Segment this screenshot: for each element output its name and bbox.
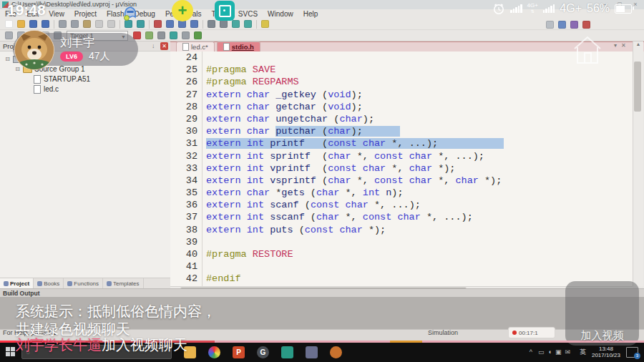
bookmark-prev-icon[interactable] (166, 20, 174, 28)
panel-close-icon[interactable]: ✕ (160, 42, 168, 50)
bookmark-icon[interactable] (154, 20, 162, 28)
expand-icon[interactable]: ⊟ (14, 64, 21, 74)
panel-tab-functions[interactable]: Functions (64, 278, 103, 288)
code-line-37[interactable]: 37extern int sscanf (char *, const char … (170, 211, 633, 223)
line-number: 41 (170, 260, 197, 273)
undo-icon[interactable] (95, 20, 103, 28)
code-text: extern int scanf (const char *, ...); (206, 199, 421, 211)
vertical-scroll-thumb[interactable] (634, 62, 641, 112)
code-line-30[interactable]: 30extern char putchar (char); (170, 125, 633, 137)
tray-expand-icon[interactable]: ^ (530, 348, 532, 356)
editor-tab-stdio-h[interactable]: stdio.h (217, 41, 260, 52)
code-line-42[interactable]: 42#endif (170, 273, 633, 285)
code-line-38[interactable]: 38extern int puts (const char *); (170, 224, 633, 236)
translate-icon[interactable] (5, 31, 13, 39)
taskbar-app-icons: PG (172, 346, 342, 358)
save-all-icon[interactable] (42, 20, 49, 28)
indent-right-icon[interactable] (220, 20, 228, 28)
file-icon (182, 43, 189, 51)
watch-window-icon[interactable] (558, 21, 566, 29)
system-tray: ^ ▭◖▣✉ 英 13:48 2017/10/23 3 (530, 346, 644, 358)
code-line-28[interactable]: 28extern char getchar (void); (170, 101, 633, 113)
comment-icon[interactable] (232, 20, 240, 28)
memory-window-icon[interactable] (570, 21, 578, 29)
home-icon[interactable] (571, 33, 604, 70)
indent-left-icon[interactable] (208, 20, 215, 28)
panel-tab-project[interactable]: Project (0, 278, 34, 288)
menu-project[interactable]: Project (69, 9, 102, 19)
screenshot-icon[interactable] (215, 1, 235, 21)
manage-components-icon[interactable] (182, 31, 190, 39)
slate-app-icon[interactable] (306, 346, 318, 358)
tray-icon[interactable]: ✉ (565, 348, 570, 356)
cut-icon[interactable] (59, 20, 67, 28)
copy-icon[interactable] (71, 20, 79, 28)
help-icon[interactable] (582, 21, 590, 29)
open-folder-icon[interactable] (17, 20, 25, 28)
system-notice-line1: 系统提示：抵制低俗色情内容， (16, 302, 216, 321)
code-line-35[interactable]: 35extern char *gets (char *, int n); (170, 187, 633, 199)
redo-icon[interactable] (107, 20, 115, 28)
chat-username: 刘宇学长牛逼 (16, 337, 102, 353)
code-line-41[interactable]: 41 (170, 260, 633, 273)
target-options-icon[interactable] (170, 31, 177, 39)
bookmark-clear-icon[interactable] (190, 20, 198, 28)
alarm-clock-icon (492, 2, 505, 15)
code-line-25[interactable]: 25#pragma SAVE (170, 64, 633, 76)
code-line-26[interactable]: 26#pragma REGPARMS (170, 76, 633, 88)
code-editor[interactable]: 2425#pragma SAVE26#pragma REGPARMS27exte… (170, 52, 633, 286)
tray-icon[interactable]: ▭ (538, 348, 545, 356)
scroll-up-icon[interactable]: ▲ (633, 41, 643, 47)
pin-icon[interactable]: ↓ (152, 42, 155, 49)
configure-flash-icon[interactable] (157, 31, 165, 39)
battery-icon (615, 4, 632, 14)
input-language-indicator[interactable]: 英 (580, 348, 586, 357)
new-file-icon[interactable] (5, 20, 13, 28)
options-icon[interactable] (145, 31, 153, 39)
debug-windows-icon[interactable] (546, 21, 554, 29)
status-mode-text: Simulation (428, 329, 458, 336)
editor-tab-led-c-[interactable]: led.c* (176, 41, 215, 52)
tree-item-led-c[interactable]: led.c (0, 84, 170, 94)
tray-icon[interactable]: ▣ (555, 348, 562, 356)
photos-pinwheel-icon[interactable] (208, 346, 220, 358)
code-line-33[interactable]: 33extern int vprintf (const char *, char… (170, 162, 633, 175)
add-capture-icon[interactable]: + (172, 0, 193, 21)
find-icon[interactable] (261, 20, 269, 28)
menu-window[interactable]: Window (263, 9, 298, 19)
menu-view[interactable]: View (44, 9, 69, 19)
powerpoint-icon[interactable]: P (233, 346, 245, 358)
tree-item-startup-a51[interactable]: STARTUP.A51 (0, 74, 170, 84)
code-line-36[interactable]: 36extern int scanf (const char *, ...); (170, 199, 633, 211)
code-line-40[interactable]: 40#pragma RESTORE (170, 248, 633, 260)
pack-installer-icon[interactable] (194, 31, 202, 39)
browser-app-icon[interactable] (330, 346, 342, 358)
assistant-ghost-icon[interactable] (120, 1, 140, 24)
code-text: #pragma REGPARMS (206, 76, 299, 88)
tray-icon[interactable]: ◖ (547, 348, 551, 356)
teal-app-icon[interactable] (281, 346, 293, 358)
menu-svcs[interactable]: SVCS (233, 9, 263, 19)
code-line-31[interactable]: 31extern int printf (const char *, ...); (170, 137, 633, 150)
code-text: extern char _getkey (void); (206, 89, 363, 101)
panel-tab-books[interactable]: Books (34, 278, 64, 288)
g-app-icon[interactable]: G (257, 346, 269, 358)
code-line-24[interactable]: 24 (170, 52, 633, 64)
code-line-29[interactable]: 29extern char ungetchar (char); (170, 113, 633, 125)
action-center-icon[interactable]: 3 (626, 347, 638, 358)
start-button[interactable] (6, 347, 16, 357)
code-line-32[interactable]: 32extern int sprintf (char *, const char… (170, 150, 633, 162)
uncomment-icon[interactable] (244, 20, 252, 28)
code-line-27[interactable]: 27extern char _getkey (void); (170, 89, 633, 101)
save-icon[interactable] (29, 20, 37, 28)
taskbar-clock[interactable]: 13:48 2017/10/23 (592, 346, 620, 358)
menu-help[interactable]: Help (298, 9, 323, 19)
paste-icon[interactable] (83, 20, 91, 28)
code-line-34[interactable]: 34extern int vsprintf (char *, const cha… (170, 175, 633, 187)
code-line-39[interactable]: 39 (170, 236, 633, 248)
join-video-button[interactable]: 加入视频 (565, 329, 639, 343)
panel-tab-templates[interactable]: Templates (103, 278, 143, 288)
expand-icon[interactable]: ⊟ (4, 54, 11, 64)
streamer-avatar[interactable] (14, 30, 54, 70)
editor-pane-controls[interactable]: ▾✕ (614, 42, 630, 49)
